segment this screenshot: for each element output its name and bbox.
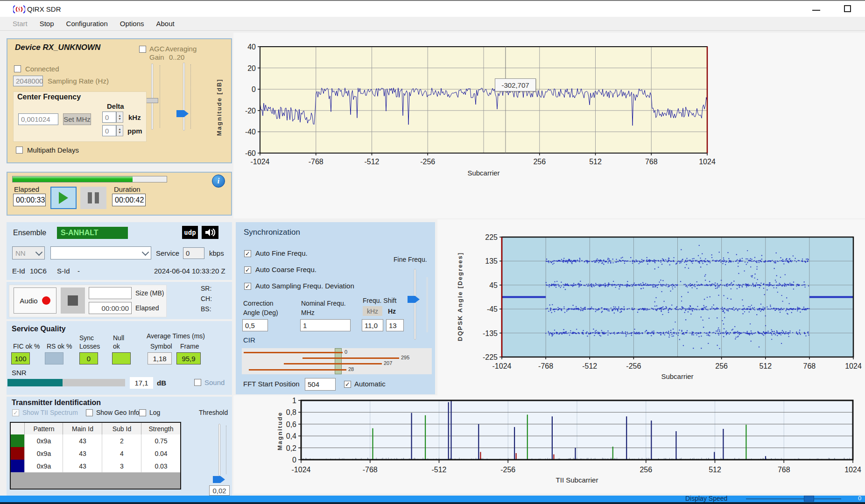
tii-table-cell: 2 [102, 434, 141, 447]
menu-item-start[interactable]: Start [7, 18, 34, 29]
svg-text:40: 40 [247, 43, 256, 51]
averaging-slider-thumb[interactable] [176, 110, 189, 117]
log-checkbox[interactable] [139, 409, 146, 416]
log-label: Log [149, 409, 160, 416]
tii-table-cell: 43 [63, 460, 102, 472]
recording-size-label: Size (MB) [135, 289, 164, 297]
sampling-rate-label: Sampling Rate (Hz) [48, 77, 109, 85]
sound-label: Sound [204, 378, 225, 386]
title-bar: QIRX SDR [0, 0, 865, 18]
connected-label: Connected [25, 65, 59, 73]
service-combo[interactable] [50, 246, 151, 259]
snr-bar [7, 379, 125, 386]
fft-start-field[interactable]: 504 [305, 378, 336, 391]
snr-label: SNR [12, 369, 27, 377]
svg-text:135: 135 [485, 257, 498, 265]
show-tii-spectrum-label: Show TII Spectrum [22, 409, 78, 416]
show-geo-info-label: Show Geo Info [96, 409, 140, 416]
synchronization-panel: Synchronization Fine Frequ. Correction A… [236, 222, 435, 394]
stop-recording-button[interactable] [61, 287, 85, 314]
spinner-up-icon[interactable]: ▲ [118, 114, 121, 117]
udp-button[interactable]: udp [182, 226, 198, 239]
cir-line [302, 357, 399, 359]
averaging-label: Averaging [165, 45, 197, 53]
cir-line [244, 352, 343, 353]
delta-ppm-field[interactable]: 0 [102, 125, 116, 136]
audio-record-button[interactable]: Audio [14, 287, 56, 314]
snr-unit-label: dB [157, 379, 166, 387]
fine-frequ-slider[interactable] [414, 269, 416, 340]
spectrum-x-axis-title: Subcarrier [437, 169, 530, 177]
ensemble-name-badge: S-ANHALT [57, 227, 128, 239]
pause-icon [88, 192, 92, 203]
center-frequency-field[interactable]: 0,001024 [18, 113, 58, 125]
menu-item-about[interactable]: About [150, 18, 180, 29]
delta-khz-field[interactable]: 0 [102, 112, 116, 123]
menu-item-options[interactable]: Options [114, 18, 150, 29]
automatic-checkbox[interactable]: ✓ [344, 381, 351, 388]
menu-item-configuration[interactable]: Configuration [60, 18, 114, 29]
elapsed-time-field: 00:00:33 [13, 194, 46, 206]
display-speed-slider[interactable] [746, 498, 841, 499]
agc-gain-checkbox[interactable] [139, 46, 146, 53]
nominal-frequ-label-2: MHz [301, 309, 315, 316]
nominal-frequ-field[interactable]: 1 [300, 319, 351, 331]
agc-gain-label: Gain [149, 53, 164, 61]
svg-text:0,6: 0,6 [286, 420, 296, 428]
svg-text:-512: -512 [582, 362, 597, 370]
table-row[interactable]: 0x9a4340.04 [11, 447, 180, 460]
sampling-rate-field[interactable]: 2048000 [13, 76, 43, 86]
fine-frequ-slider-thumb[interactable] [408, 296, 420, 303]
table-row[interactable]: 0x9a4330.03 [11, 460, 180, 473]
spinner-down-icon[interactable]: ▼ [118, 117, 121, 120]
maximize-button[interactable] [844, 5, 851, 12]
cir-chart: 029520728 [242, 348, 432, 374]
agc-gain-slider[interactable] [151, 63, 153, 130]
speaker-button[interactable] [202, 226, 218, 239]
averaging-slider-ticks [190, 64, 191, 129]
threshold-slider-thumb[interactable] [213, 476, 225, 483]
tii-table-cell: 3 [102, 460, 141, 472]
correction-label-2: Angle (Deg) [243, 309, 278, 316]
show-tii-spectrum-checkbox[interactable]: ✓ [12, 409, 19, 416]
correction-angle-field[interactable]: 0,5 [242, 319, 268, 331]
delta-khz-spinner[interactable]: ▲▼ [116, 112, 123, 123]
table-row[interactable]: 0x9a4320.75 [11, 434, 180, 448]
spinner-down-icon[interactable]: ▼ [118, 131, 121, 134]
menu-item-stop[interactable]: Stop [34, 18, 60, 29]
fic-ok-label: FIC ok % [13, 343, 40, 350]
play-button[interactable] [50, 187, 77, 209]
sound-checkbox[interactable] [194, 379, 201, 386]
channel-combo[interactable]: NN [12, 246, 45, 259]
svg-text:45: 45 [489, 281, 498, 289]
audio-record-label: Audio [20, 297, 37, 305]
info-icon[interactable]: i [212, 175, 225, 188]
svg-text:-256: -256 [420, 158, 435, 166]
threshold-slider[interactable] [218, 424, 220, 476]
connected-checkbox[interactable] [14, 65, 21, 72]
dqpsk-x-axis-title: Subcarrier [631, 372, 724, 380]
set-mhz-button[interactable]: Set MHz [63, 113, 91, 125]
agc-gain-slider-thumb[interactable] [146, 98, 158, 103]
cir-line-label: 0 [345, 349, 347, 355]
sync-checkbox-label-1: Auto Coarse Frequ. [255, 266, 316, 273]
sync-losses-value: 0 [79, 352, 98, 364]
agc-slider-ticks [160, 65, 160, 128]
averaging-slider[interactable] [183, 63, 185, 131]
pause-button[interactable] [80, 187, 106, 209]
sync-checkbox-0[interactable]: ✓ [244, 250, 251, 257]
delta-ppm-spinner[interactable]: ▲▼ [116, 125, 123, 136]
display-speed-slider-thumb[interactable] [804, 496, 814, 502]
sync-checkbox-1[interactable]: ✓ [244, 266, 251, 273]
cir-label: CIR [243, 336, 255, 344]
spinner-up-icon[interactable]: ▲ [118, 127, 121, 131]
sync-losses-label-2: Losses [79, 343, 100, 350]
minimize-button[interactable] [812, 10, 820, 11]
average-times-label: Average Times (ms) [147, 332, 205, 340]
svg-text:-1024: -1024 [251, 158, 270, 166]
symbol-time-value: 1,18 [148, 352, 172, 364]
sync-checkbox-2[interactable]: ✓ [244, 283, 251, 290]
multipath-delays-checkbox[interactable] [16, 147, 23, 154]
svg-text:256: 256 [640, 466, 652, 474]
show-geo-info-checkbox[interactable] [86, 409, 93, 416]
